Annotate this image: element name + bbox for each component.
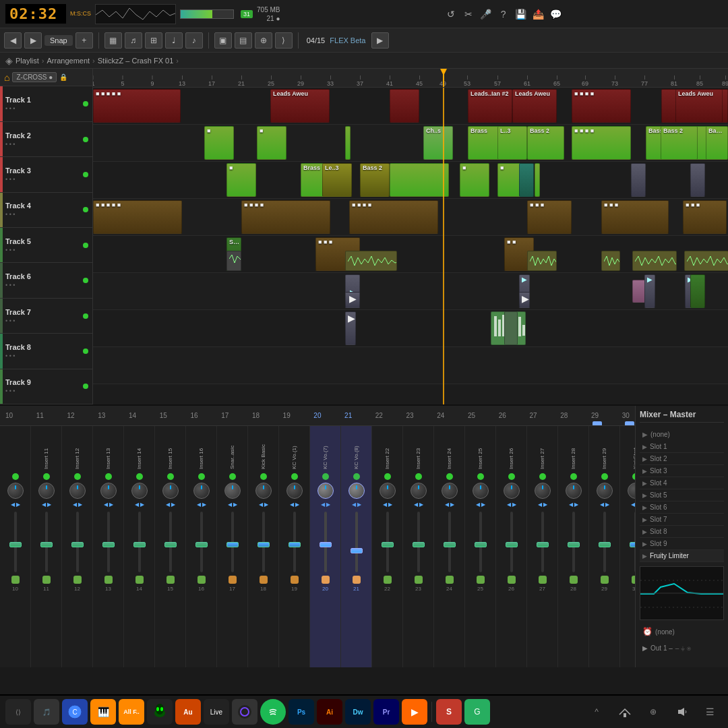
fader-track-16[interactable] bbox=[200, 512, 203, 572]
clip-t7-3[interactable] bbox=[504, 311, 518, 345]
taskbar-icon-play[interactable]: ▶ bbox=[402, 699, 427, 725]
track-green-dot-1[interactable] bbox=[83, 101, 88, 107]
mixer-slot-4[interactable]: ▶ Slot 4 bbox=[640, 477, 724, 489]
knob-28[interactable] bbox=[566, 483, 582, 499]
send-right-18[interactable]: ▶ bbox=[264, 502, 268, 508]
send-right-21[interactable]: ▶ bbox=[357, 502, 361, 508]
lamp-27[interactable] bbox=[539, 576, 547, 584]
fader-thumb-24[interactable] bbox=[444, 542, 456, 547]
snap-label[interactable]: Snap bbox=[44, 35, 73, 46]
green-dot-26[interactable] bbox=[508, 473, 515, 480]
track-green-dot-3[interactable] bbox=[83, 172, 88, 177]
clip-t4-3[interactable]: ■ ■ ■ ■ bbox=[349, 200, 438, 234]
send-right-16[interactable]: ▶ bbox=[202, 502, 206, 508]
knob-15[interactable] bbox=[162, 483, 179, 499]
track-green-dot-7[interactable] bbox=[83, 313, 88, 319]
clip-t3-5[interactable] bbox=[390, 163, 449, 197]
knob-12[interactable] bbox=[69, 483, 86, 499]
lamp-23[interactable] bbox=[415, 576, 423, 584]
send-right-13[interactable]: ▶ bbox=[109, 502, 113, 508]
clip-t2-6[interactable]: L..3 bbox=[497, 126, 527, 160]
taskbar-icon-chrome[interactable]: C bbox=[62, 699, 88, 725]
mixer-channel-14[interactable]: Insert 14 ◀ ▶ 14 bbox=[124, 426, 155, 667]
track-label-9[interactable]: Track 9 • • • bbox=[0, 369, 92, 404]
knob-16[interactable] bbox=[193, 483, 210, 499]
taskbar-icon-s[interactable]: S bbox=[436, 699, 462, 725]
clip-t4-1[interactable]: ■ ■ ■ ■ ■ bbox=[93, 200, 182, 234]
green-dot-23[interactable] bbox=[415, 473, 422, 480]
mixer-out-label[interactable]: ▶ Out 1 – – ⏚ ◉ bbox=[640, 642, 724, 655]
audio-btn[interactable]: ⊕ bbox=[255, 32, 272, 49]
tracks-area[interactable]: ■ ■ ■ ■ ■ Leads Aweu Leads..Ian #2 Leads… bbox=[93, 88, 728, 404]
clip-t2-8[interactable]: ■ ■ ■ ■ bbox=[572, 126, 631, 160]
taskbar-icon-fl-studio[interactable]: 🎹 bbox=[90, 699, 116, 725]
fader-track-10[interactable] bbox=[14, 512, 17, 572]
taskbar-icon-alien[interactable] bbox=[147, 699, 173, 725]
fader-thumb-17[interactable] bbox=[226, 542, 239, 547]
clip-t2-1[interactable]: ■ bbox=[204, 126, 234, 160]
fader-track-26[interactable] bbox=[510, 512, 513, 572]
clip-t3-3[interactable]: Le..3 bbox=[322, 163, 352, 197]
mixer-channels[interactable]: ◀ ▶ 10 Insert 11 ◀ ▶ bbox=[0, 426, 635, 667]
green-dot-16[interactable] bbox=[198, 473, 205, 480]
lamp-17[interactable] bbox=[229, 576, 237, 584]
send-right-10[interactable]: ▶ bbox=[16, 502, 20, 508]
seq-btn[interactable]: ⊞ bbox=[145, 32, 162, 49]
track-label-2[interactable]: Track 2 • • • bbox=[0, 122, 92, 157]
knob-19[interactable] bbox=[286, 483, 303, 499]
mixer-none-bottom[interactable]: ⏰ (none) bbox=[640, 624, 724, 639]
taskbar-icon-g[interactable]: G bbox=[464, 699, 490, 725]
taskbar-icon-prev[interactable]: ⟨⟩ bbox=[5, 699, 31, 725]
track-label-5[interactable]: Track 5 • • • bbox=[0, 228, 92, 263]
fader-track-20[interactable] bbox=[324, 512, 327, 572]
lamp-10[interactable] bbox=[11, 576, 20, 584]
clip-t2-4[interactable]: Ch..s bbox=[423, 126, 453, 160]
green-dot-27[interactable] bbox=[539, 473, 546, 480]
mixer-channel-11[interactable]: Insert 11 ◀ ▶ 11 bbox=[31, 426, 62, 667]
mixer-slot-8[interactable]: ▶ Slot 8 bbox=[640, 526, 724, 538]
taskbar-icon-dw[interactable]: Dw bbox=[345, 699, 371, 725]
knob-20[interactable] bbox=[317, 483, 334, 499]
knob-18[interactable] bbox=[255, 483, 272, 499]
fader-thumb-23[interactable] bbox=[413, 542, 425, 547]
mixer-channel-27[interactable]: Insert 27 ◀ ▶ 27 bbox=[527, 426, 558, 667]
mixer-slot-3[interactable]: ▶ Slot 3 bbox=[640, 465, 724, 477]
clip-t3-8[interactable] bbox=[519, 163, 534, 197]
fader-track-11[interactable] bbox=[45, 512, 48, 572]
send-right-25[interactable]: ▶ bbox=[481, 502, 485, 508]
send-left-24[interactable]: ◀ bbox=[445, 502, 449, 508]
green-dot-24[interactable] bbox=[446, 473, 453, 480]
clip-t3-9[interactable] bbox=[535, 163, 540, 197]
lamp-22[interactable] bbox=[384, 576, 392, 584]
export-icon[interactable]: 📤 bbox=[531, 7, 546, 22]
send-left-13[interactable]: ◀ bbox=[104, 502, 108, 508]
knob-27[interactable] bbox=[535, 483, 551, 499]
send-left-10[interactable]: ◀ bbox=[11, 502, 15, 508]
track-row-5[interactable]: Sti..1 ■ ■ ■ ■ ■ bbox=[93, 236, 728, 273]
send-right-27[interactable]: ▶ bbox=[543, 502, 547, 508]
clip-t6-6[interactable] bbox=[690, 274, 705, 308]
green-dot-22[interactable] bbox=[384, 473, 391, 480]
flex-arrow[interactable]: ▶ bbox=[371, 32, 389, 49]
mic-icon[interactable]: 🎤 bbox=[479, 7, 493, 22]
fader-track-12[interactable] bbox=[76, 512, 79, 572]
clip-t4-6[interactable]: ■ ■ ■ bbox=[683, 200, 727, 234]
mixer-channel-26[interactable]: Insert 26 ◀ ▶ 26 bbox=[496, 426, 527, 667]
track-label-7[interactable]: Track 7 • • • bbox=[0, 299, 92, 334]
clip-t2-3[interactable] bbox=[345, 126, 351, 160]
taskbar-icon-ps[interactable]: Ps bbox=[289, 699, 314, 725]
clip-t5-wave3[interactable] bbox=[601, 251, 620, 271]
send-right-20[interactable]: ▶ bbox=[326, 502, 330, 508]
mixer-channel-23[interactable]: Insert 23 ◀ ▶ 23 bbox=[403, 426, 434, 667]
clip-t6-arrow2[interactable]: ▶ bbox=[519, 292, 530, 308]
clip-t6-arrow[interactable]: ▶ bbox=[345, 292, 360, 308]
cpu-indicator[interactable]: 31 bbox=[241, 10, 253, 18]
help-icon[interactable]: ? bbox=[496, 7, 511, 22]
green-dot-25[interactable] bbox=[477, 473, 484, 480]
clip-t4-5[interactable]: ■ ■ ■ bbox=[601, 200, 669, 234]
track-green-dot-8[interactable] bbox=[83, 348, 88, 354]
lamp-14[interactable] bbox=[135, 576, 144, 584]
fader-thumb-18[interactable] bbox=[257, 542, 270, 547]
fader-track-24[interactable] bbox=[448, 512, 451, 572]
knob-13[interactable] bbox=[100, 483, 117, 499]
